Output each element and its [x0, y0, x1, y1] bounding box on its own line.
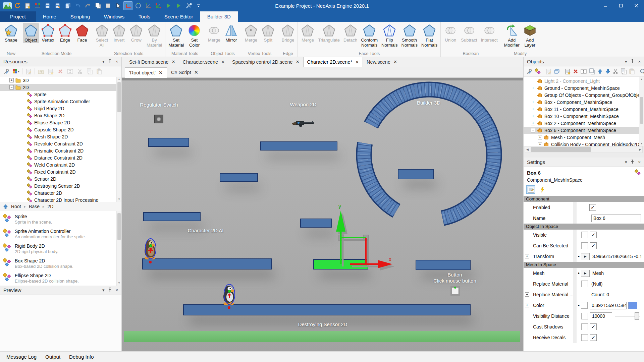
play-button[interactable] — [164, 1, 173, 10]
delete-red-button[interactable] — [573, 68, 578, 75]
ribbon-button-grow[interactable]: Grow — [128, 23, 144, 43]
duplicate-button[interactable] — [93, 1, 102, 10]
close-icon[interactable]: ✕ — [393, 59, 397, 64]
tree-item-mesh-shape-2d[interactable]: Mesh Shape 2D — [0, 133, 121, 140]
copy-document-button[interactable] — [86, 68, 93, 75]
scene-tab-spaceship-control-2d-scene[interactable]: Spaceship control 2D.scene✕ — [228, 57, 303, 67]
expand-icon[interactable]: + — [9, 78, 14, 82]
move-tool-button[interactable] — [123, 1, 132, 10]
document-add-button[interactable] — [47, 68, 54, 75]
ribbon-button-split[interactable]: Split — [260, 23, 276, 43]
ribbon-button-flip-normals[interactable]: Flip Normals — [380, 23, 399, 48]
neoaxis-logo-button[interactable] — [3, 1, 12, 10]
override-box[interactable] — [581, 242, 588, 249]
save-all-button[interactable] — [63, 1, 72, 10]
tree-item-fixed-constraint-2d[interactable]: Fixed Constraint 2D — [0, 168, 121, 175]
override-box[interactable] — [581, 232, 588, 238]
platform-box[interactable] — [416, 260, 471, 270]
refresh-button[interactable] — [13, 1, 22, 10]
scroll-down-icon[interactable]: ▼ — [639, 142, 644, 145]
collapse-icon[interactable]: − — [531, 128, 535, 132]
list-item-ellipse-shape-2d[interactable]: Ellipse Shape 2DEllipse-based 2D collisi… — [0, 272, 121, 286]
close-icon[interactable]: × — [638, 160, 641, 165]
settings-tools-button[interactable] — [526, 68, 532, 75]
ribbon-button-edge[interactable]: Edge — [57, 23, 73, 43]
scene-viewport[interactable]: y x Regulator SwitchWeapon 2DBuilder 3DC… — [122, 78, 523, 351]
statusbar-tab-debug-info[interactable]: Debug Info — [65, 354, 98, 360]
platform-box[interactable] — [398, 169, 434, 179]
expand-icon[interactable]: + — [538, 135, 542, 139]
statusbar-tab-output[interactable]: Output — [41, 354, 65, 360]
list-item-box-shape-2d[interactable]: Box Shape 2DBox-based 2D collision shape… — [0, 257, 121, 272]
edit-document-button[interactable] — [25, 68, 32, 75]
menu-tab-home[interactable]: Home — [36, 11, 63, 22]
ribbon-button-bridge[interactable]: Bridge — [280, 23, 296, 43]
ribbon-button-vertex[interactable]: Vertex — [40, 23, 56, 43]
override-box[interactable] — [581, 302, 588, 309]
tree-item-mesh-component-mesh[interactable]: +Mesh - Component_Mesh — [524, 134, 644, 141]
expand-icon[interactable]: + — [525, 292, 529, 297]
cut-scissors-button[interactable] — [613, 68, 618, 75]
pin-icon[interactable] — [631, 160, 634, 165]
breadcrumb-item-root[interactable]: Root — [11, 204, 21, 209]
window-stack-button[interactable] — [554, 68, 560, 75]
close-icon[interactable]: × — [115, 288, 118, 293]
tree-item-rigid-body-2d[interactable]: Rigid Body 2D — [0, 105, 121, 112]
ribbon-button-invert[interactable]: Invert — [111, 23, 127, 43]
close-icon[interactable]: × — [638, 59, 641, 64]
chevron-down-icon[interactable]: ▾ — [625, 59, 627, 64]
penguin-brown-sprite[interactable] — [142, 238, 159, 266]
breadcrumb-item-2d[interactable]: 2D — [48, 204, 54, 209]
checkbox[interactable]: ✓ — [590, 242, 597, 249]
undo-button[interactable] — [73, 1, 82, 10]
switch-sprite[interactable] — [154, 115, 163, 123]
close-icon[interactable]: ✕ — [221, 59, 225, 64]
override-box[interactable] — [581, 334, 588, 341]
override-box[interactable] — [581, 281, 588, 287]
ribbon-button-set-material[interactable]: Set Material — [167, 23, 185, 48]
scroll-up-icon[interactable]: ▲ — [117, 78, 121, 81]
scroll-up-icon[interactable]: ▲ — [639, 78, 644, 81]
minimize-button[interactable] — [598, 0, 613, 11]
edit-document-button[interactable] — [545, 68, 551, 75]
color-input[interactable]: 0.3921569 0.584313 — [590, 302, 627, 309]
pin-icon[interactable] — [108, 59, 112, 64]
tree-item-box-component-meshinspace[interactable]: +Box - Component_MeshInSpace — [524, 99, 644, 106]
ribbon-button-triangulate[interactable]: Triangulate — [317, 23, 341, 43]
chevron-down-icon[interactable]: ▾ — [625, 160, 627, 165]
pin-icon[interactable] — [108, 288, 112, 293]
ribbon-button-intersect[interactable]: Intersect — [480, 23, 499, 43]
scrollbar-thumb[interactable] — [117, 213, 121, 240]
checkbox[interactable]: ✓ — [590, 334, 597, 341]
close-icon[interactable]: ✕ — [159, 70, 163, 75]
penguin-black-sprite[interactable] — [221, 283, 238, 311]
tree-item-3d[interactable]: +3D — [0, 77, 121, 84]
menu-tab-tools[interactable]: Tools — [131, 11, 157, 22]
scene-tab-character-scene[interactable]: Character.scene✕ — [179, 57, 229, 67]
expand-icon[interactable]: + — [531, 100, 535, 104]
reference-button[interactable]: ▶ — [581, 253, 590, 260]
chevron-down-icon[interactable]: ▾ — [102, 59, 105, 64]
duplicate-button[interactable] — [589, 68, 595, 75]
ribbon-button-mirror[interactable]: Mirror — [223, 23, 239, 43]
ribbon-button-merge[interactable]: Merge — [300, 23, 316, 43]
tree-item-group-of-objects-component-groupofobjects[interactable]: Group Of Objects - Component_GroupOfObje… — [524, 92, 644, 99]
text-input[interactable]: Box 6 — [591, 215, 641, 222]
objects-tree-hscrollbar[interactable]: ◀ ▶ — [525, 146, 643, 153]
weapon-sprite[interactable] — [291, 119, 315, 129]
ribbon-button-select-all[interactable]: Select All — [94, 23, 110, 48]
scroll-right-icon[interactable]: ▶ — [638, 146, 642, 153]
tree-item-sprite[interactable]: Sprite — [0, 91, 121, 98]
tree-item-weld-constraint-2d[interactable]: Weld Constraint 2D — [0, 161, 121, 168]
list-item-rigid-body-2d[interactable]: Rigid Body 2D2D rigid physical body. — [0, 242, 121, 257]
tree-item-destroying-sensor-2d[interactable]: Destroying Sensor 2D — [0, 182, 121, 189]
properties-sheet-button[interactable] — [526, 185, 535, 194]
color-grid-button[interactable] — [12, 68, 20, 75]
cut-scissors-button[interactable] — [76, 68, 84, 75]
ribbon-button-conform-normals[interactable]: Conform Normals — [360, 23, 379, 48]
delete-red-button[interactable] — [57, 68, 64, 75]
search-button[interactable] — [640, 68, 644, 75]
scene-tab-sci-fi-demo-scene[interactable]: Sci-fi Demo.scene✕ — [125, 57, 179, 67]
arrow-down-button[interactable] — [605, 68, 610, 75]
select-cursor-button[interactable] — [113, 1, 122, 10]
